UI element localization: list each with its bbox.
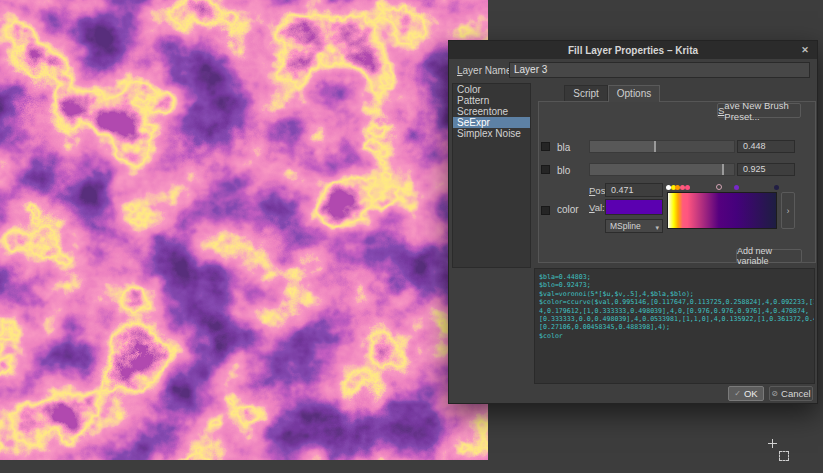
layer-name-label: Layer Name: bbox=[457, 65, 514, 76]
bla-slider-handle[interactable] bbox=[654, 141, 656, 152]
dialog-title: Fill Layer Properties – Krita bbox=[568, 45, 698, 56]
tab-options[interactable]: Options bbox=[608, 85, 660, 102]
gradient-next-button[interactable]: › bbox=[781, 192, 795, 229]
blo-checkbox[interactable] bbox=[541, 165, 550, 174]
interpolation-value: MSpline bbox=[610, 221, 641, 231]
code-line: $color bbox=[539, 332, 814, 340]
close-icon[interactable]: ✕ bbox=[799, 44, 811, 56]
blo-label: blo bbox=[557, 165, 570, 176]
ok-button-label: OK bbox=[744, 388, 758, 399]
crosshair-h bbox=[768, 443, 777, 444]
cancel-icon: ⊘ bbox=[771, 389, 778, 398]
val-color-swatch[interactable] bbox=[605, 199, 663, 215]
code-line: $bla=0.44803; bbox=[539, 273, 814, 281]
list-item-pattern[interactable]: Pattern bbox=[453, 95, 530, 106]
checkmark-icon: ✓ bbox=[734, 389, 741, 398]
code-line: [0.27106,0.00458345,0.488398],4); bbox=[539, 323, 814, 331]
generator-list: Color Pattern Screentone SeExpr Simplex … bbox=[452, 83, 531, 268]
add-new-variable-button[interactable]: Add new variable bbox=[736, 249, 802, 263]
gradient-stop[interactable] bbox=[774, 185, 779, 190]
code-line: $val=voronoi(5*[$u,$v,.5],4,$bla,$blo); bbox=[539, 290, 814, 298]
blo-slider-fill bbox=[590, 164, 723, 175]
cancel-button-label: Cancel bbox=[781, 388, 811, 399]
krita-window: Fill Layer Properties – Krita ✕ Layer Na… bbox=[0, 0, 823, 473]
crosshair-cursor-icon bbox=[766, 437, 796, 467]
gradient-marker-row[interactable] bbox=[667, 184, 777, 192]
code-line: [0.333333,0.0,0.498039],4,0.0533981,[1,1… bbox=[539, 315, 814, 323]
list-item-simplex-noise[interactable]: Simplex Noise bbox=[453, 128, 530, 139]
val-label: Val: bbox=[589, 202, 605, 213]
blo-slider[interactable] bbox=[589, 163, 735, 176]
bla-value[interactable]: 0.448 bbox=[737, 140, 795, 153]
options-panel bbox=[538, 101, 816, 263]
cancel-button[interactable]: ⊘ Cancel bbox=[769, 386, 813, 401]
list-item-seexpr[interactable]: SeExpr bbox=[453, 117, 530, 128]
pos-input[interactable]: 0.471 bbox=[605, 183, 663, 197]
gradient-stop[interactable] bbox=[685, 185, 690, 190]
seexpr-script-editor[interactable]: $bla=0.44803; $blo=0.92473; $val=voronoi… bbox=[534, 268, 815, 384]
interpolation-select[interactable]: MSpline ▾ bbox=[605, 219, 663, 233]
blo-value[interactable]: 0.925 bbox=[737, 163, 795, 176]
blo-slider-handle[interactable] bbox=[722, 164, 724, 175]
code-line: $color=ccurve($val,0.995146,[0.117647,0.… bbox=[539, 298, 814, 306]
layer-name-input[interactable]: Layer 3 bbox=[509, 62, 810, 78]
dropdown-arrow-icon: ▾ bbox=[655, 222, 659, 234]
bla-label: bla bbox=[557, 142, 570, 153]
list-item-color[interactable]: Color bbox=[453, 84, 530, 95]
dialog-titlebar[interactable]: Fill Layer Properties – Krita ✕ bbox=[449, 41, 817, 59]
gradient-stop[interactable] bbox=[734, 185, 739, 190]
save-new-brush-preset-button[interactable]: Save New Brush Preset... bbox=[717, 103, 801, 118]
gradient-editor[interactable] bbox=[667, 192, 777, 229]
select-tool-icon bbox=[779, 451, 789, 461]
color-checkbox[interactable] bbox=[541, 206, 550, 215]
code-line: 4,0.179612,[1,0.333333,0.498039],4,0,[0.… bbox=[539, 307, 814, 315]
voronoi-pattern bbox=[0, 0, 488, 460]
code-line: $blo=0.92473; bbox=[539, 281, 814, 289]
bla-slider-fill bbox=[590, 141, 655, 152]
fill-layer-properties-dialog: Fill Layer Properties – Krita ✕ Layer Na… bbox=[448, 40, 818, 404]
canvas[interactable] bbox=[0, 0, 488, 460]
bla-checkbox[interactable] bbox=[541, 142, 550, 151]
tab-script[interactable]: Script bbox=[564, 85, 608, 102]
color-label: color bbox=[557, 204, 579, 215]
ok-button[interactable]: ✓ OK bbox=[728, 386, 764, 401]
list-item-screentone[interactable]: Screentone bbox=[453, 106, 530, 117]
gradient-stop-selected[interactable] bbox=[716, 184, 722, 190]
bla-slider[interactable] bbox=[589, 140, 735, 153]
